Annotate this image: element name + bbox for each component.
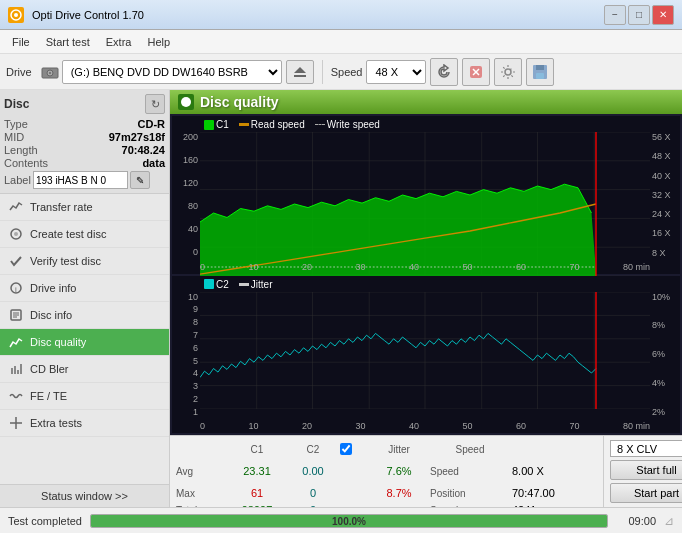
jitter-legend: Jitter [239, 279, 273, 290]
start-full-button[interactable]: Start full [610, 460, 682, 480]
toolbar: Drive (G:) BENQ DVD DD DW1640 BSRB Speed… [0, 54, 682, 90]
svg-rect-13 [536, 73, 544, 79]
position-label: Position [430, 488, 510, 499]
length-value: 70:48.24 [122, 144, 165, 156]
nav-drive-info[interactable]: i Drive info [0, 275, 169, 302]
max-c2: 0 [288, 487, 338, 499]
eject-button[interactable] [286, 60, 314, 84]
nav-disc-info[interactable]: Disc info [0, 302, 169, 329]
nav-extra-tests[interactable]: Extra tests [0, 410, 169, 437]
max-c1: 61 [228, 487, 286, 499]
status-text: Test completed [8, 515, 82, 527]
mid-label: MID [4, 131, 24, 143]
disc-panel-refresh[interactable]: ↻ [145, 94, 165, 114]
app-icon [8, 7, 24, 23]
mid-value: 97m27s18f [109, 131, 165, 143]
disc-quality-title: Disc quality [200, 94, 279, 110]
drive-label: Drive [6, 66, 32, 78]
nav-items: Transfer rate Create test disc Verify te… [0, 194, 169, 476]
svg-point-4 [49, 72, 51, 74]
stats-jitter-check-cell [340, 443, 368, 455]
nav-transfer-rate[interactable]: Transfer rate [0, 194, 169, 221]
nav-transfer-rate-label: Transfer rate [30, 201, 93, 213]
drive-dropdown[interactable]: (G:) BENQ DVD DD DW1640 BSRB [62, 60, 282, 84]
total-c1: 98997 [228, 504, 286, 507]
disc-panel-title: Disc [4, 97, 29, 111]
svg-rect-23 [14, 366, 16, 374]
nav-drive-info-label: Drive info [30, 282, 76, 294]
svg-rect-25 [20, 364, 22, 374]
nav-disc-quality[interactable]: Disc quality [0, 329, 169, 356]
stats-c2-header: C2 [288, 444, 338, 455]
c1-chart: C1 Read speed Write speed 200 160 120 [172, 116, 680, 274]
progress-wrapper: 100.0% [90, 514, 608, 528]
menubar: File Start test Extra Help [0, 30, 682, 54]
stats-c1-header: C1 [228, 444, 286, 455]
menu-file[interactable]: File [4, 34, 38, 50]
transfer-rate-icon [8, 199, 24, 215]
total-label: Total [176, 505, 226, 508]
menu-start-test[interactable]: Start test [38, 34, 98, 50]
right-controls: 8 X CLV Start full Start part [603, 436, 682, 507]
close-button[interactable]: ✕ [652, 5, 674, 25]
minimize-button[interactable]: − [604, 5, 626, 25]
avg-c2: 0.00 [288, 465, 338, 477]
stats-grid: C1 C2 Jitter Speed Avg 23.31 0.00 7.6% S… [170, 436, 603, 507]
contents-value: data [142, 157, 165, 169]
drive-icon [40, 62, 60, 82]
speed-label: Speed [331, 66, 363, 78]
fe-te-icon [8, 388, 24, 404]
disc-label-input[interactable] [33, 171, 128, 189]
menu-extra[interactable]: Extra [98, 34, 140, 50]
status-window-button[interactable]: Status window >> [0, 484, 169, 507]
svg-marker-5 [294, 67, 306, 73]
disc-quality-icon [8, 334, 24, 350]
nav-extra-tests-label: Extra tests [30, 417, 82, 429]
save-button[interactable] [526, 58, 554, 86]
separator [322, 60, 323, 84]
content-area: Disc quality C1 Read speed [170, 90, 682, 507]
svg-point-1 [14, 13, 18, 17]
drive-info-icon: i [8, 280, 24, 296]
speed-label: Speed [430, 466, 510, 477]
avg-label: Avg [176, 466, 226, 477]
nav-fe-te[interactable]: FE / TE [0, 383, 169, 410]
clv-dropdown[interactable]: 8 X CLV [610, 440, 682, 457]
disc-label-edit-button[interactable]: ✎ [130, 171, 150, 189]
titlebar: Opti Drive Control 1.70 − □ ✕ [0, 0, 682, 30]
nav-disc-info-label: Disc info [30, 309, 72, 321]
nav-fe-te-label: FE / TE [30, 390, 67, 402]
position-val: 70:47.00 [512, 487, 597, 499]
window-controls: − □ ✕ [604, 5, 674, 25]
jitter-checkbox[interactable] [340, 443, 352, 455]
clear-button[interactable] [462, 58, 490, 86]
total-c2: 0 [288, 504, 338, 507]
settings-button[interactable] [494, 58, 522, 86]
samples-val: 4241 [512, 504, 597, 507]
extra-tests-icon [8, 415, 24, 431]
svg-rect-24 [17, 370, 19, 374]
progress-text: 100.0% [332, 515, 366, 526]
c2-chart-svg [200, 292, 650, 409]
main-layout: Disc ↻ Type CD-R MID 97m27s18f Length 70… [0, 90, 682, 507]
sidebar: Disc ↻ Type CD-R MID 97m27s18f Length 70… [0, 90, 170, 507]
c2-chart: C2 Jitter 10 9 8 7 6 5 4 3 [172, 276, 680, 434]
time-text: 09:00 [616, 515, 656, 527]
charts-area: C1 Read speed Write speed 200 160 120 [170, 114, 682, 435]
speed-dropdown[interactable]: 48 X [366, 60, 426, 84]
menu-help[interactable]: Help [139, 34, 178, 50]
nav-create-test-disc[interactable]: Create test disc [0, 221, 169, 248]
nav-cd-bler[interactable]: CD Bler [0, 356, 169, 383]
refresh-button[interactable] [430, 58, 458, 86]
type-label: Type [4, 118, 28, 130]
c1-legend: C1 [204, 119, 229, 130]
start-part-button[interactable]: Start part [610, 483, 682, 503]
nav-verify-test-disc-label: Verify test disc [30, 255, 101, 267]
cd-bler-icon [8, 361, 24, 377]
stats-speed-header: Speed [430, 444, 510, 455]
nav-verify-test-disc[interactable]: Verify test disc [0, 248, 169, 275]
svg-rect-22 [11, 368, 13, 374]
svg-rect-6 [294, 75, 306, 77]
maximize-button[interactable]: □ [628, 5, 650, 25]
statusbar: Test completed 100.0% 09:00 ⊿ [0, 507, 682, 533]
